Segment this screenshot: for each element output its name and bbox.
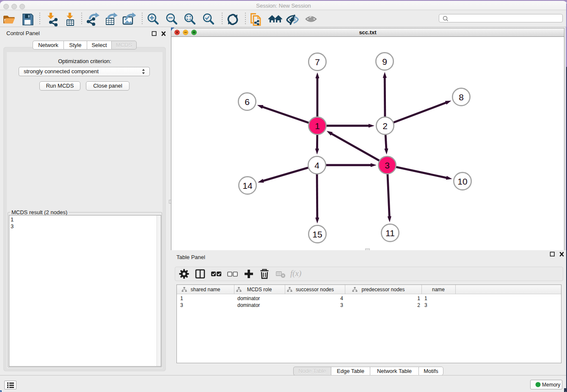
svg-text:9: 9	[382, 57, 387, 66]
svg-text:15: 15	[312, 229, 322, 239]
svg-text:7: 7	[315, 57, 320, 67]
svg-text:11: 11	[385, 228, 395, 238]
svg-text:4: 4	[314, 160, 319, 170]
svg-text:8: 8	[459, 92, 464, 102]
svg-text:10: 10	[457, 177, 467, 186]
svg-text:1: 1	[315, 121, 320, 131]
svg-text:6: 6	[245, 97, 250, 107]
svg-text:2: 2	[383, 121, 388, 131]
svg-text:3: 3	[385, 160, 390, 170]
svg-text:14: 14	[242, 181, 253, 190]
